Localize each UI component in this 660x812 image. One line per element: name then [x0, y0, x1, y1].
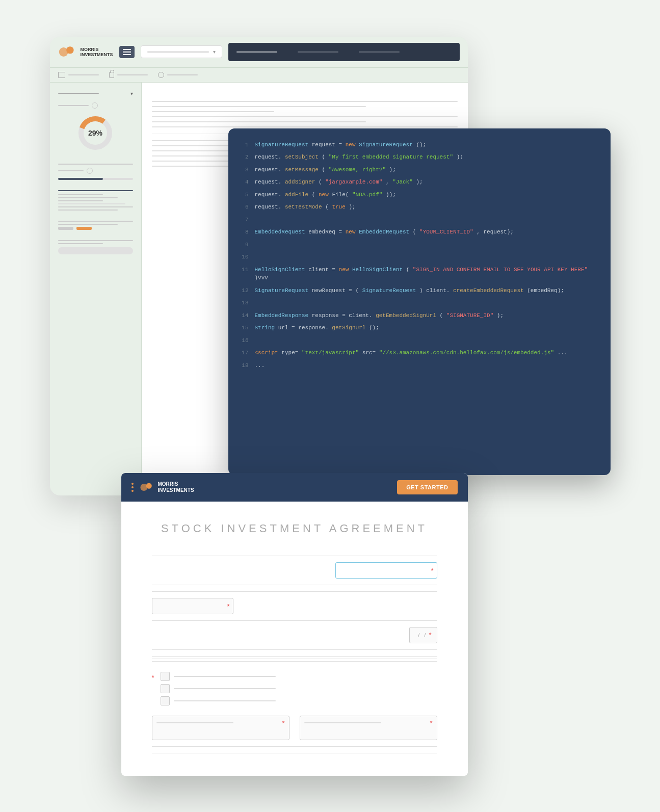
ln1: 1 — [239, 141, 249, 149]
sidebar-row-2 — [58, 168, 133, 174]
form-date-field[interactable]: / / * — [409, 627, 437, 643]
code-line-12: 12 SignatureRequest newRequest = ( Signa… — [239, 286, 600, 295]
nav-tabs-bar — [228, 43, 460, 61]
code-line-3: 3 request. setMessage ( "Awesome, right?… — [239, 166, 600, 174]
code-line-5: 5 request. addFile ( new File( "NDA.pdf"… — [239, 191, 600, 199]
checkbox-2[interactable] — [161, 684, 170, 693]
sub-nav-label-1 — [68, 74, 99, 75]
hamburger-button[interactable] — [119, 46, 135, 58]
ln4: 4 — [239, 178, 249, 187]
cl6 — [152, 126, 458, 127]
donut-percent-label: 29% — [88, 129, 102, 137]
form-divider-8 — [152, 661, 437, 662]
form-divider-4 — [152, 620, 437, 621]
nav-dropdown[interactable]: ▾ — [141, 45, 222, 58]
code-line-15: 15 String url = response. getSignUrl (); — [239, 324, 600, 332]
sl6 — [58, 206, 133, 207]
code-line-6: 6 request. setTestMode ( true ); — [239, 203, 600, 212]
hamburger-line3 — [123, 54, 131, 55]
code-line-7: 7 — [239, 216, 600, 224]
dot-1 — [131, 483, 134, 485]
checkbox-item-1 — [161, 672, 276, 681]
ct14: EmbeddedResponse response = client. getE… — [255, 311, 600, 320]
ct16 — [255, 336, 600, 345]
dropdown-chevron: ▾ — [213, 49, 216, 55]
form-divider-2 — [152, 585, 437, 585]
sb2 — [76, 227, 92, 230]
brand-line2: INVESTMENTS — [81, 52, 113, 57]
form-divider-5 — [152, 649, 437, 650]
bottom-label-1 — [156, 722, 233, 723]
required-1: * — [431, 566, 433, 574]
sidebar: ▾ 29% — [50, 83, 142, 490]
form-divider-6 — [152, 656, 437, 657]
form-logo-icon — [140, 480, 154, 494]
nav-tab-2[interactable] — [298, 51, 338, 53]
form-input-1[interactable]: * — [335, 562, 437, 579]
sidebar-section-5 — [58, 240, 133, 254]
checkbox-item-2 — [161, 684, 276, 693]
ct12: SignatureRequest newRequest = ( Signatur… — [255, 286, 600, 295]
dot-3 — [131, 490, 134, 492]
ct15: String url = response. getSignUrl (); — [255, 324, 600, 332]
ln2: 2 — [239, 153, 249, 162]
checkbox-3[interactable] — [161, 696, 170, 705]
checkbox-group — [161, 672, 276, 705]
form-divider-10 — [152, 753, 437, 753]
sl9 — [58, 224, 118, 225]
sl8 — [58, 221, 133, 222]
sidebar-full-line-1 — [58, 164, 133, 165]
sub-nav-bar — [50, 68, 468, 83]
ln17: 17 — [239, 349, 249, 357]
sl11 — [58, 243, 103, 244]
required-bottom-2: * — [430, 719, 432, 727]
sidebar-toggle[interactable] — [58, 247, 133, 254]
sub-nav-label-2 — [117, 74, 148, 75]
svg-point-1 — [66, 46, 73, 54]
form-title: STOCK INVESTMENT AGREEMENT — [152, 522, 437, 535]
ln3: 3 — [239, 166, 249, 174]
ct7 — [255, 216, 600, 224]
cl4 — [152, 116, 458, 117]
get-started-button[interactable]: GET STARTED — [397, 480, 457, 494]
checkbox-label-2 — [174, 688, 276, 689]
sl10 — [58, 240, 133, 241]
form-input-2[interactable]: * — [152, 598, 233, 614]
sl7 — [58, 209, 118, 211]
three-dots-menu[interactable] — [131, 483, 134, 492]
dashboard-topbar: MORRIS INVESTMENTS ▾ — [50, 37, 468, 68]
form-bottom-field-2[interactable]: * — [300, 716, 437, 740]
sub-nav-label-3 — [167, 74, 198, 75]
required-2: * — [227, 602, 229, 610]
form-brand-name: MORRIS INVESTMENTS — [158, 481, 194, 493]
ct2: request. setSubject ( "My first embedded… — [255, 153, 600, 162]
ct6: request. setTestMode ( true ); — [255, 203, 600, 212]
form-field-2: * — [152, 598, 233, 614]
sidebar-slider-1[interactable] — [58, 178, 133, 180]
sidebar-header: ▾ — [58, 91, 133, 96]
ct5: request. addFile ( new File( "NDA.pdf" )… — [255, 191, 600, 199]
sub-nav-gear[interactable] — [158, 72, 198, 78]
ct3: request. setMessage ( "Awesome, right?" … — [255, 166, 600, 174]
ct1: SignatureRequest request = new Signature… — [255, 141, 600, 149]
form-divider-7 — [152, 659, 437, 659]
ln6: 6 — [239, 203, 249, 212]
date-placeholder: / / — [415, 632, 426, 638]
sidebar-slider-fill — [58, 178, 103, 180]
sl3 — [58, 197, 118, 198]
sub-nav-calendar[interactable] — [58, 72, 99, 78]
ln5: 5 — [239, 191, 249, 199]
sidebar-title-line — [58, 93, 99, 94]
scene-container: MORRIS INVESTMENTS ▾ — [50, 37, 611, 776]
form-row-1: * — [152, 562, 437, 579]
sidebar-line-sm — [58, 105, 89, 106]
calendar-icon — [58, 72, 65, 78]
code-line-1: 1 SignatureRequest request = new Signatu… — [239, 141, 600, 149]
nav-tab-3[interactable] — [359, 51, 400, 53]
nav-tab-1[interactable] — [236, 51, 277, 53]
code-line-10: 10 — [239, 253, 600, 261]
sl1 — [58, 170, 84, 171]
form-bottom-field-1[interactable]: * — [152, 716, 289, 740]
checkbox-1[interactable] — [161, 672, 170, 681]
sub-nav-lock[interactable] — [109, 72, 148, 78]
